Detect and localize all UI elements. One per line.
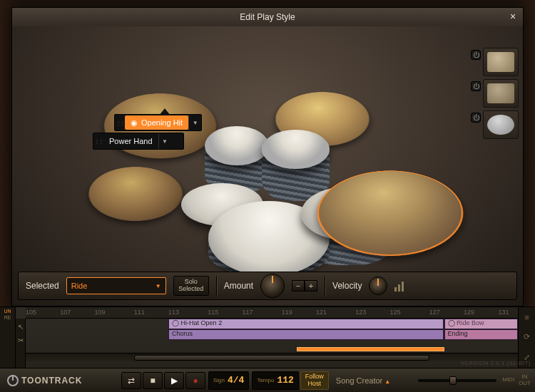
ruler-tick: 131 xyxy=(498,309,509,316)
tempo-display[interactable]: Tempo 112 xyxy=(252,371,298,390)
amount-knob[interactable] xyxy=(260,274,285,298)
popup-row-power-hand[interactable]: ⋮⋮ Power Hand ▼ xyxy=(93,133,184,150)
tempo-value: 112 xyxy=(277,375,293,386)
popup-secondary-label: Power Hand xyxy=(109,137,153,145)
ruler-tick: 127 xyxy=(429,309,440,316)
clip-chorus[interactable]: Chorus xyxy=(168,329,444,340)
transport-bar: TOONTRACK ⇄ ■ ▶ ● Sign 4/4 Tempo 112 Fol… xyxy=(0,368,535,392)
amount-plus-button[interactable]: + xyxy=(305,280,317,292)
popup-secondary-chip[interactable]: Power Hand xyxy=(103,134,158,148)
chevron-up-icon: ▲ xyxy=(384,378,390,385)
scrollbar-thumb[interactable] xyxy=(134,355,429,361)
clip-ending[interactable]: Ending xyxy=(444,329,519,340)
slot-shaker[interactable]: ⏻ xyxy=(483,79,519,108)
articulation-popup: ⋮⋮ ◉ Opening Hit ▼ ⋮⋮ Power Hand ▼ xyxy=(114,114,202,151)
play-button[interactable]: ▶ xyxy=(164,372,184,389)
selected-value: Ride xyxy=(71,282,88,290)
drum-kit-area: ⋮⋮ ◉ Opening Hit ▼ ⋮⋮ Power Hand ▼ xyxy=(12,26,523,272)
ruler-tick: 105 xyxy=(26,309,36,316)
ruler-tick: 115 xyxy=(208,309,218,316)
chevron-down-icon: ▼ xyxy=(156,283,161,289)
midi-io-indicator: MIDI xyxy=(502,377,514,383)
edit-control-bar: Selected Ride ▼ Solo Selected Amount − +… xyxy=(18,272,517,300)
undo-indicator[interactable]: UN xyxy=(4,309,11,314)
power-ring-icon xyxy=(7,375,19,386)
midi-in-out: INOUT xyxy=(519,374,531,387)
sign-value: 4/4 xyxy=(228,375,244,386)
timeline-left-gutter: UN RE xyxy=(0,307,16,368)
ruler-tick: 113 xyxy=(168,309,179,316)
loop-range[interactable] xyxy=(297,347,444,351)
pointer-tool-icon[interactable]: ↖ xyxy=(18,323,24,331)
slider-handle[interactable] xyxy=(449,376,457,385)
loop-button[interactable]: ⇄ xyxy=(121,372,141,389)
rack-tom-2[interactable] xyxy=(262,130,330,169)
ruler-tick: 129 xyxy=(464,309,474,316)
ruler-tick: 117 xyxy=(243,309,253,316)
timeline-ruler[interactable]: 105 107 109 111 113 115 117 119 121 123 … xyxy=(26,307,518,319)
amount-minus-button[interactable]: − xyxy=(292,280,305,292)
ruler-tick: 111 xyxy=(134,309,145,316)
selected-dropdown[interactable]: Ride ▼ xyxy=(66,277,166,294)
drag-handle-icon[interactable]: ⋮⋮ xyxy=(115,120,125,126)
menu-icon[interactable]: ≡ xyxy=(524,313,529,321)
popup-primary-chip[interactable]: ◉ Opening Hit xyxy=(125,115,188,130)
edit-play-style-modal: Edit Play Style × ⋮⋮ xyxy=(11,7,524,306)
timeline-right-gutter: ≡ ⟳ ⤢ xyxy=(518,307,535,368)
popup-row-opening-hit[interactable]: ⋮⋮ ◉ Opening Hit ▼ xyxy=(114,114,202,131)
close-icon[interactable]: × xyxy=(507,11,519,22)
brand-logo: TOONTRACK xyxy=(0,375,121,386)
modal-titlebar: Edit Play Style × xyxy=(12,8,523,26)
song-creator-button[interactable]: Song Creator▲ xyxy=(336,376,390,385)
redo-indicator[interactable]: RE xyxy=(4,315,11,320)
timeline-lanes[interactable]: ◯ Hi-Hat Open 2 Chorus ◯ Ride Bow Ending xyxy=(26,319,518,368)
ruler-tick: 119 xyxy=(282,309,292,316)
extra-instrument-slots: ⏻ ⏻ ⏻ xyxy=(483,48,519,139)
version-text: VERSION 2.0.1 (32-BIT) xyxy=(460,360,531,366)
clip-hihat-open[interactable]: ◯ Hi-Hat Open 2 xyxy=(168,319,444,329)
zoom-slider[interactable] xyxy=(418,379,496,382)
drag-handle-icon[interactable]: ⋮⋮ xyxy=(93,138,103,145)
hi-hat[interactable] xyxy=(82,167,189,221)
chevron-down-icon[interactable]: ▼ xyxy=(188,115,201,130)
timeline-panel: UN RE ↖ ✂ 105 107 109 111 113 115 117 11… xyxy=(0,306,535,368)
scissors-tool-icon[interactable]: ✂ xyxy=(18,336,24,344)
amount-label: Amount xyxy=(224,281,253,291)
follow-host-button[interactable]: Follow Host xyxy=(300,371,329,390)
ruler-tick: 109 xyxy=(95,309,106,316)
power-icon[interactable]: ⏻ xyxy=(471,81,481,91)
ruler-tick: 125 xyxy=(390,309,401,316)
ruler-tick: 123 xyxy=(355,309,366,316)
amount-stepper: − + xyxy=(292,280,317,292)
refresh-icon[interactable]: ⟳ xyxy=(524,332,530,341)
ruler-tick: 121 xyxy=(316,309,327,316)
chevron-down-icon[interactable]: ▼ xyxy=(158,133,171,149)
brand-text: TOONTRACK xyxy=(21,376,82,386)
velocity-knob[interactable] xyxy=(369,277,387,295)
clip-ride-bow[interactable]: ◯ Ride Bow xyxy=(444,319,519,329)
modal-title: Edit Play Style xyxy=(240,12,295,22)
slot-claps[interactable]: ⏻ xyxy=(483,48,519,76)
solo-selected-button[interactable]: Solo Selected xyxy=(173,276,209,296)
timeline-scrollbar[interactable] xyxy=(26,353,518,361)
timeline-tools: ↖ ✂ xyxy=(16,319,26,368)
time-signature-display[interactable]: Sign 4/4 xyxy=(208,371,249,390)
power-icon[interactable]: ⏻ xyxy=(471,50,481,60)
stop-button[interactable]: ■ xyxy=(143,372,163,389)
record-button[interactable]: ● xyxy=(185,372,205,389)
rack-tom-1[interactable] xyxy=(205,126,269,165)
velocity-bars-icon xyxy=(394,280,404,292)
slot-tambourine[interactable]: ⏻ xyxy=(483,110,519,139)
popup-primary-label: Opening Hit xyxy=(141,118,183,127)
ruler-tick: 107 xyxy=(60,309,71,316)
power-icon[interactable]: ⏻ xyxy=(471,113,481,123)
velocity-label: Velocity xyxy=(332,281,362,291)
selected-label: Selected xyxy=(26,281,59,291)
